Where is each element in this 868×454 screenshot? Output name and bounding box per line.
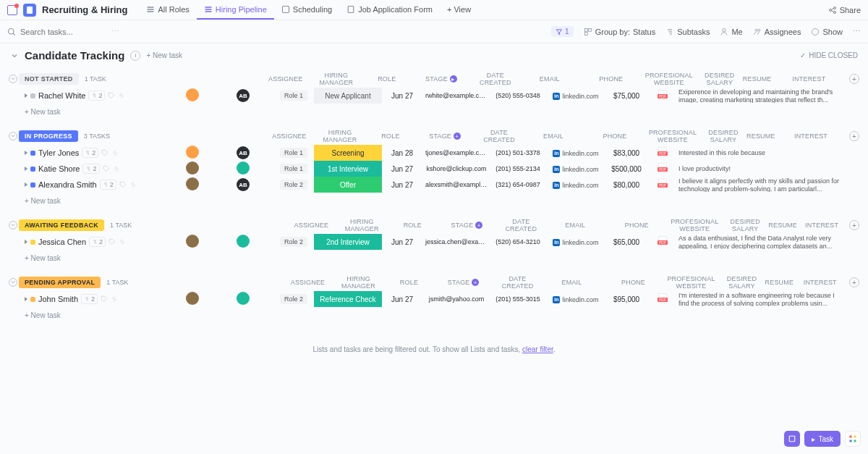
task-row[interactable]: Rachel White 2 AB Role 1 New Applicant J…	[19, 88, 862, 104]
col-header[interactable]: ASSIGNEE	[268, 131, 311, 141]
col-header[interactable]: RESUME	[767, 220, 796, 230]
resume-pdf-icon[interactable]	[658, 236, 667, 246]
expand-icon[interactable]	[25, 167, 27, 171]
tag-icon[interactable]	[101, 149, 109, 156]
stage-cell[interactable]: Screening	[314, 145, 382, 161]
col-header[interactable]: DATE CREATED	[477, 127, 521, 145]
col-header[interactable]: DESIRED SALARY	[698, 70, 741, 88]
tag-icon[interactable]	[103, 165, 110, 172]
col-header[interactable]: RESUME	[745, 131, 774, 141]
website-link[interactable]: inlinkedin.com	[553, 166, 598, 173]
group-toggle[interactable]	[9, 278, 17, 287]
col-header[interactable]: EMAIL	[521, 131, 586, 141]
status-dot[interactable]	[30, 182, 35, 188]
role-pill[interactable]: Role 2	[280, 180, 307, 190]
col-header[interactable]: DESIRED SALARY	[702, 127, 745, 145]
stage-cell[interactable]: 1st Interview	[314, 161, 382, 177]
subtask-badge[interactable]: 2	[89, 237, 106, 247]
assignee-avatar[interactable]	[186, 161, 199, 175]
role-pill[interactable]: Role 2	[280, 237, 307, 247]
col-header[interactable]: PROFESIONAL WEBSITE	[640, 70, 698, 88]
website-link[interactable]: inlinkedin.com	[553, 239, 598, 246]
col-header[interactable]: INTEREST	[770, 74, 848, 84]
col-header[interactable]: ASSIGNEE	[264, 74, 307, 84]
hide-closed-button[interactable]: ✓ HIDE CLOSED	[800, 51, 858, 59]
col-header[interactable]: HIRING MANAGER	[330, 274, 388, 291]
link-icon[interactable]	[118, 92, 125, 99]
tag-icon[interactable]	[109, 238, 116, 245]
task-row[interactable]: John Smith 2 Role 2 Reference Check Jun …	[19, 291, 862, 307]
new-task-button[interactable]: + New task	[19, 104, 862, 120]
status-dot[interactable]	[30, 167, 35, 172]
tab-scheduling[interactable]: Scheduling	[274, 1, 339, 20]
stage-cell[interactable]: Reference Check	[314, 291, 382, 307]
hiring-manager-avatar[interactable]: AB	[237, 178, 250, 191]
stage-cell[interactable]: Offer	[314, 177, 382, 193]
col-header[interactable]: STAGE +	[412, 131, 477, 142]
new-task-button[interactable]: + New task	[19, 307, 862, 324]
task-row[interactable]: Alexandra Smith 2 AB Role 2 Offer Jun 27…	[19, 177, 862, 193]
website-link[interactable]: inlinkedin.com	[553, 296, 598, 303]
subtask-badge[interactable]: 2	[82, 148, 98, 158]
task-row[interactable]: Jessica Chen 2 Role 2 2nd Interview Jun …	[19, 234, 862, 250]
col-header[interactable]: HIRING MANAGER	[333, 217, 391, 234]
col-header[interactable]: PHONE	[582, 74, 640, 84]
expand-icon[interactable]	[25, 182, 27, 187]
website-link[interactable]: inlinkedin.com	[553, 93, 598, 100]
fab-apps-button[interactable]	[845, 431, 861, 447]
stage-cell[interactable]: New Applicant	[314, 88, 382, 104]
link-icon[interactable]	[111, 149, 119, 156]
link-icon[interactable]	[111, 295, 118, 303]
role-pill[interactable]: Role 2	[280, 294, 307, 304]
resume-pdf-icon[interactable]	[658, 293, 667, 303]
col-header[interactable]: STAGE +	[431, 277, 496, 288]
hiring-manager-avatar[interactable]	[237, 235, 250, 248]
add-column-button[interactable]: +	[849, 131, 859, 141]
status-pill[interactable]: PENDING APPROVAL	[19, 277, 101, 288]
status-dot[interactable]	[30, 297, 35, 302]
col-header[interactable]: PHONE	[608, 220, 665, 230]
add-view-button[interactable]: + View	[440, 1, 478, 20]
filter-badge[interactable]: 1	[551, 26, 574, 37]
tag-icon[interactable]	[108, 92, 115, 99]
col-header[interactable]: PHONE	[605, 277, 663, 287]
status-pill[interactable]: IN PROGRESS	[19, 130, 78, 142]
col-header[interactable]: ROLE	[369, 131, 412, 141]
role-pill[interactable]: Role 1	[280, 91, 307, 101]
col-header[interactable]: PHONE	[586, 131, 644, 141]
fab-note-button[interactable]	[784, 431, 800, 447]
hiring-manager-avatar[interactable]: AB	[237, 89, 250, 102]
col-header[interactable]: ASSIGNEE	[286, 277, 330, 287]
group-toggle[interactable]	[9, 221, 17, 230]
col-header[interactable]: DATE CREATED	[499, 217, 542, 234]
link-icon[interactable]	[119, 238, 126, 245]
assignees-button[interactable]: Assignees	[753, 28, 801, 36]
col-header[interactable]: INTEREST	[774, 131, 848, 141]
show-button[interactable]: Show	[811, 28, 843, 36]
col-header[interactable]: INTEREST	[793, 277, 848, 287]
task-row[interactable]: Katie Shore 2 Role 1 1st Interview Jun 2…	[19, 161, 862, 177]
subtask-badge[interactable]: 2	[100, 180, 116, 190]
col-header[interactable]: ASSIGNEE	[289, 220, 333, 230]
expand-icon[interactable]	[25, 297, 27, 301]
me-button[interactable]: Me	[720, 28, 742, 36]
tag-icon[interactable]	[101, 295, 108, 303]
col-header[interactable]: STAGE ▸	[409, 74, 474, 85]
hiring-manager-avatar[interactable]	[237, 161, 250, 175]
expand-icon[interactable]	[25, 151, 27, 155]
new-task-header[interactable]: + New task	[146, 51, 182, 59]
link-icon[interactable]	[129, 181, 137, 188]
share-button[interactable]: Share	[828, 6, 861, 14]
add-column-button[interactable]: +	[849, 220, 859, 230]
col-header[interactable]: ROLE	[365, 74, 409, 84]
col-header[interactable]: EMAIL	[517, 74, 582, 84]
group-by-button[interactable]: Group by: Status	[584, 28, 656, 36]
fab-task-button[interactable]: ▸ Task	[804, 431, 841, 447]
assignee-avatar[interactable]	[186, 292, 199, 305]
col-header[interactable]: DATE CREATED	[496, 274, 540, 291]
resume-pdf-icon[interactable]	[658, 90, 667, 100]
website-link[interactable]: inlinkedin.com	[553, 182, 598, 189]
col-header[interactable]: PROFESIONAL WEBSITE	[644, 127, 702, 145]
status-dot[interactable]	[30, 240, 35, 245]
resume-pdf-icon[interactable]	[658, 147, 667, 157]
